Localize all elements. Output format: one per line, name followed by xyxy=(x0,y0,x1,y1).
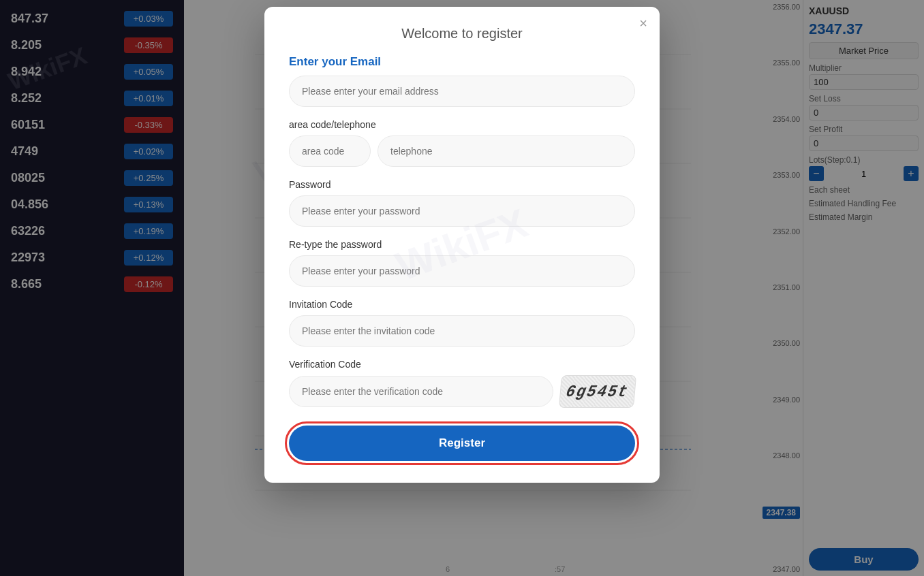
email-input[interactable] xyxy=(289,76,635,107)
phone-section-label: area code/telephone xyxy=(289,119,635,130)
password-input[interactable] xyxy=(289,195,635,227)
register-button[interactable]: Register xyxy=(289,426,635,461)
retype-password-section: Re-type the password xyxy=(289,239,635,287)
modal-title: Welcome to register xyxy=(289,26,635,42)
telephone-input[interactable] xyxy=(378,135,635,167)
phone-section: area code/telephone xyxy=(289,119,635,167)
password-label: Password xyxy=(289,179,635,190)
retype-label: Re-type the password xyxy=(289,239,635,250)
verification-label: Verification Code xyxy=(289,359,635,370)
captcha-text: 6g545t xyxy=(564,382,630,401)
email-section: Enter your Email xyxy=(289,55,635,107)
register-modal: WikiFX Welcome to register × Enter your … xyxy=(264,7,660,483)
phone-row xyxy=(289,135,635,167)
modal-overlay: WikiFX Welcome to register × Enter your … xyxy=(0,0,924,576)
verification-section: Verification Code 6g545t xyxy=(289,359,635,408)
invitation-section: Invitation Code xyxy=(289,299,635,347)
verification-input[interactable] xyxy=(289,376,553,407)
email-section-title: Enter your Email xyxy=(289,55,635,69)
retype-input[interactable] xyxy=(289,255,635,287)
invitation-input[interactable] xyxy=(289,315,635,347)
password-section: Password xyxy=(289,179,635,227)
captcha-row: 6g545t xyxy=(289,375,635,408)
area-code-input[interactable] xyxy=(289,135,371,167)
captcha-image: 6g545t xyxy=(559,375,636,408)
modal-close-button[interactable]: × xyxy=(639,16,647,30)
invitation-label: Invitation Code xyxy=(289,299,635,310)
